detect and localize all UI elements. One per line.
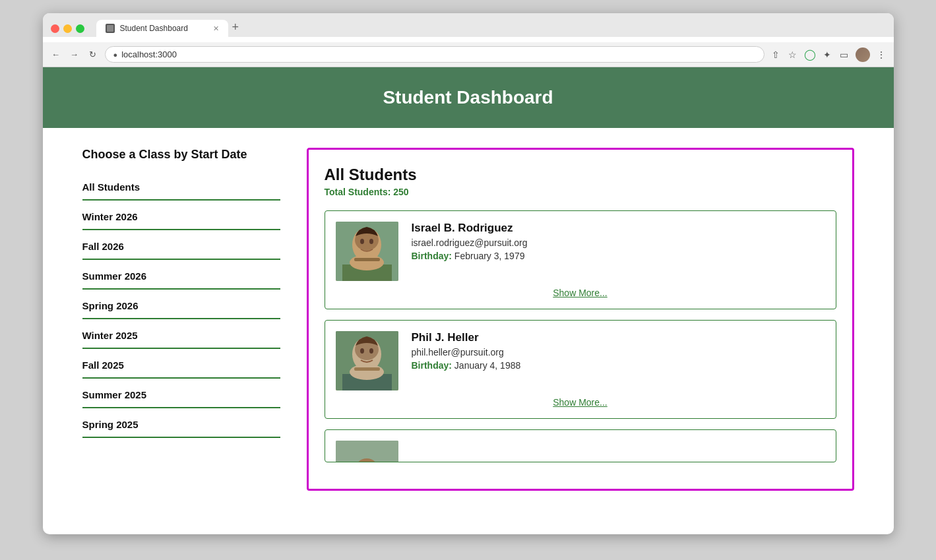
- main-panel: All Students Total Students: 250: [307, 148, 854, 491]
- svg-point-15: [369, 348, 373, 354]
- student-info-phil: Phil J. Heller phil.heller@pursuit.org B…: [412, 331, 825, 371]
- panel-title: All Students: [325, 166, 836, 184]
- page-title: Student Dashboard: [56, 87, 881, 108]
- extension-icon[interactable]: ◯: [804, 49, 816, 61]
- sidebar-item-spring-2025[interactable]: Spring 2025: [82, 410, 280, 438]
- student-name-phil: Phil J. Heller: [412, 331, 825, 344]
- student-name-israel: Israel B. Rodriguez: [412, 222, 825, 235]
- forward-button[interactable]: →: [68, 48, 81, 61]
- maximize-button[interactable]: [76, 24, 84, 33]
- sidebar-item-fall-2026[interactable]: Fall 2026: [82, 232, 280, 260]
- minimize-button[interactable]: [63, 24, 72, 33]
- show-more-phil[interactable]: Show More...: [336, 397, 825, 408]
- sidebar-item-spring-2026[interactable]: Spring 2026: [82, 291, 280, 319]
- sidebar-item-summer-2025[interactable]: Summer 2025: [82, 380, 280, 408]
- browser-tab[interactable]: Student Dashboard ✕: [96, 20, 228, 37]
- student-info-israel: Israel B. Rodriguez israel.rodriguez@pur…: [412, 222, 825, 261]
- student-birthday-phil: Birthday: January 4, 1988: [412, 360, 825, 371]
- lock-icon: ●: [113, 51, 118, 59]
- student-avatar-israel: [336, 222, 398, 281]
- birthday-value-phil: January 4, 1988: [454, 360, 520, 371]
- menu-icon[interactable]: ⋮: [875, 49, 887, 61]
- total-students-count: 250: [393, 187, 408, 197]
- url-text: localhost:3000: [121, 49, 177, 59]
- student-birthday-israel: Birthday: February 3, 1979: [412, 251, 825, 261]
- traffic-lights: [51, 24, 84, 33]
- svg-point-6: [360, 239, 364, 244]
- show-more-israel[interactable]: Show More...: [336, 288, 825, 298]
- sidebar: Choose a Class by Start Date All Student…: [82, 148, 280, 439]
- student-card-israel: Israel B. Rodriguez israel.rodriguez@pur…: [325, 210, 836, 309]
- svg-rect-16: [354, 367, 380, 371]
- sidebar-item-fall-2025[interactable]: Fall 2025: [82, 350, 280, 379]
- student-email-phil: phil.heller@pursuit.org: [412, 347, 825, 358]
- sidebar-title: Choose a Class by Start Date: [82, 148, 280, 162]
- address-bar[interactable]: ● localhost:3000: [105, 46, 764, 63]
- student-card-top-phil: Phil J. Heller phil.heller@pursuit.org B…: [336, 331, 825, 390]
- svg-point-13: [350, 364, 384, 380]
- birthday-label-israel: Birthday:: [412, 251, 452, 261]
- svg-rect-0: [107, 25, 113, 32]
- new-tab-button[interactable]: +: [232, 21, 239, 36]
- browser-toolbar: ← → ↻ ● localhost:3000 ⇧ ☆ ◯ ✦ ▭ ⋮: [43, 42, 894, 67]
- panel-subtitle: Total Students: 250: [325, 187, 836, 197]
- reload-button[interactable]: ↻: [86, 48, 100, 61]
- birthday-value-israel: February 3, 1979: [454, 251, 525, 261]
- share-icon[interactable]: ⇧: [770, 49, 782, 61]
- birthday-label-phil: Birthday:: [412, 360, 452, 371]
- student-email-israel: israel.rodriguez@pursuit.org: [412, 237, 825, 248]
- close-button[interactable]: [51, 24, 59, 33]
- window-icon[interactable]: ▭: [838, 49, 850, 61]
- sidebar-item-winter-2026[interactable]: Winter 2026: [82, 202, 280, 230]
- user-avatar[interactable]: [856, 47, 870, 62]
- sidebar-item-all-students[interactable]: All Students: [82, 172, 280, 201]
- svg-point-14: [360, 348, 364, 354]
- main-layout: Choose a Class by Start Date All Student…: [43, 128, 894, 511]
- page-content: Student Dashboard Choose a Class by Star…: [43, 67, 894, 511]
- student-card-top-third: [336, 441, 825, 462]
- student-card-top: Israel B. Rodriguez israel.rodriguez@pur…: [336, 222, 825, 281]
- svg-point-5: [350, 255, 384, 270]
- browser-chrome: Student Dashboard ✕ +: [43, 13, 894, 37]
- svg-point-7: [369, 239, 373, 244]
- student-avatar-third: [336, 441, 398, 462]
- svg-rect-8: [354, 258, 380, 261]
- bookmark-icon[interactable]: ☆: [787, 49, 799, 61]
- tab-favicon-icon: [106, 24, 115, 33]
- student-card-third: [325, 429, 836, 462]
- browser-titlebar: Student Dashboard ✕ +: [51, 20, 886, 37]
- page-header: Student Dashboard: [43, 67, 894, 128]
- browser-window: Student Dashboard ✕ + ← → ↻ ● localhost:…: [43, 13, 894, 534]
- puzzle-icon[interactable]: ✦: [821, 49, 833, 61]
- tab-title: Student Dashboard: [120, 24, 188, 33]
- back-button[interactable]: ←: [49, 48, 63, 61]
- sidebar-item-winter-2025[interactable]: Winter 2025: [82, 321, 280, 349]
- sidebar-item-summer-2026[interactable]: Summer 2026: [82, 261, 280, 290]
- student-avatar-phil: [336, 331, 398, 390]
- total-students-label: Total Students:: [325, 187, 391, 197]
- student-card-phil: Phil J. Heller phil.heller@pursuit.org B…: [325, 320, 836, 419]
- toolbar-actions: ⇧ ☆ ◯ ✦ ▭ ⋮: [770, 47, 887, 62]
- tab-close-button[interactable]: ✕: [213, 24, 219, 33]
